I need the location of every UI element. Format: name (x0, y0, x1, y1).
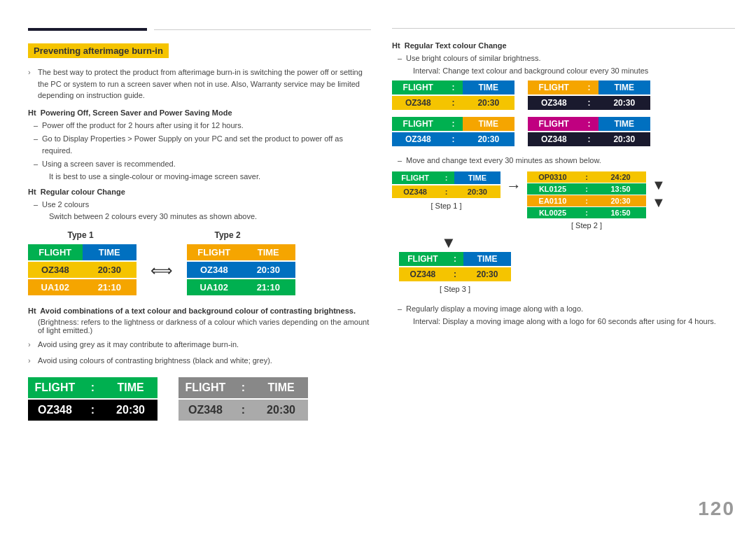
down-arrow1: ▼ (652, 177, 666, 193)
bottom-board2: FLIGHT : TIME OZ348 : 20:30 (178, 377, 308, 422)
gb3-h-colon: : (444, 117, 462, 131)
down-arrow2: ▼ (652, 195, 666, 211)
type1-board: FLIGHT TIME OZ348 20:30 UA102 21:10 (28, 244, 136, 297)
type1-label: Type 1 (28, 230, 133, 240)
right-column: Ht Regular Text colour Change Use bright… (392, 28, 735, 513)
type2-header: FLIGHT TIME (187, 244, 295, 260)
bb2-r1c1: OZ348 (178, 400, 232, 421)
type1-r1c2: 20:30 (83, 262, 137, 278)
type2-r1c1: OZ348 (187, 262, 241, 278)
scroll-r1c1: OP0310 (527, 171, 578, 183)
bb2-r1c3: 20:30 (254, 400, 308, 421)
gb4-r1c1: OZ348 (528, 132, 580, 146)
steps-row: FLIGHT : TIME OZ348 : 20:30 [ Step 1 ] → (392, 171, 735, 230)
ht2-item1: Use 2 colours (28, 199, 371, 211)
bb1-r1c3: 20:30 (104, 400, 158, 421)
type1-r2c1: UA102 (28, 279, 83, 295)
bb2-h-time: TIME (254, 377, 308, 398)
bb2-r1c2: : (232, 400, 254, 421)
type1-h-flight: FLIGHT (28, 244, 83, 260)
gb2-r1c2: : (580, 96, 598, 110)
step1-container: FLIGHT : TIME OZ348 : 20:30 [ Step 1 ] (392, 171, 500, 210)
gb1-h-colon: : (444, 80, 462, 94)
step3-container: ▼ FLIGHT : TIME OZ348 : 20:30 [ Step 3 ] (399, 234, 735, 293)
bb1-h-time: TIME (104, 377, 158, 398)
bb2-h-colon: : (232, 377, 254, 398)
gb2-h-colon: : (580, 80, 598, 94)
bb1-r1c2: : (82, 400, 104, 421)
scroll-r4c3: 16:50 (595, 207, 646, 218)
step1-board: FLIGHT : TIME OZ348 : 20:30 (392, 171, 500, 199)
type2-label: Type 2 (175, 230, 280, 240)
type2-r1c2: 20:30 (241, 262, 296, 278)
regular-section: Regularly display a moving image along w… (392, 303, 735, 325)
gb3-h-flight: FLIGHT (392, 117, 444, 131)
ht1-item3: Using a screen saver is recommended. (28, 158, 371, 170)
step3-h-time: TIME (463, 252, 511, 266)
right-top-rule (392, 28, 735, 29)
type1-r1c1: OZ348 (28, 262, 83, 278)
gb1-h-flight: FLIGHT (392, 80, 444, 94)
type2-r2c1: UA102 (187, 279, 241, 295)
top-rule (28, 28, 371, 31)
right-dash2: Move and change text every 30 minutes as… (392, 155, 735, 167)
gb3-h-time: TIME (463, 117, 514, 131)
step3-h-flight: FLIGHT (399, 252, 447, 266)
grid-board4: FLIGHT : TIME OZ348 : 20:30 (528, 117, 650, 148)
gb2-h-time: TIME (598, 80, 650, 94)
bb1-r1c1: OZ348 (28, 400, 82, 421)
ht2-subitem: Switch between 2 colours every 30 minute… (28, 212, 371, 220)
gb3-r1c2: : (444, 132, 462, 146)
scroll-r2c1: KL0125 (527, 183, 578, 195)
flight-boards-row: FLIGHT TIME OZ348 20:30 UA102 21:10 ⟺ FL… (28, 244, 371, 297)
gb4-h-colon: : (580, 117, 598, 131)
bottom-board2-header: FLIGHT : TIME (178, 377, 308, 398)
scroll-r3c1: EA0110 (527, 195, 578, 206)
intro-bullet: The best way to protect the product from… (28, 66, 371, 101)
regular-interval: Interval: Display a moving image along w… (392, 317, 735, 325)
gb4-h-flight: FLIGHT (528, 117, 580, 131)
right-ht-label: Ht Regular Text colour Change (392, 41, 735, 50)
type2-h-time: TIME (241, 244, 296, 260)
step1-r1c1: OZ348 (392, 185, 438, 198)
scroll-r2c3: 13:50 (595, 183, 646, 195)
bottom-board1: FLIGHT : TIME OZ348 : 20:30 (28, 377, 158, 422)
step3-label: [ Step 3 ] (440, 285, 470, 293)
step3-down-arrow: ▼ (441, 234, 456, 252)
scroll-r1c3: 24:20 (595, 171, 646, 183)
right-dash1: Use bright colours of similar brightness… (392, 52, 735, 64)
gb4-h-time: TIME (598, 117, 650, 131)
step1-r1c2: : (438, 185, 454, 198)
ht2-label: Ht Regular colour Change (28, 188, 371, 196)
step3-r1c1: OZ348 (399, 267, 447, 281)
scroll-r3c2: : (578, 195, 595, 206)
type2-board: FLIGHT TIME OZ348 20:30 UA102 21:10 (187, 244, 295, 297)
step1-h-colon: : (438, 171, 454, 184)
gb2-h-flight: FLIGHT (528, 80, 580, 94)
grid-board2: FLIGHT : TIME OZ348 : 20:30 (528, 80, 650, 111)
gb2-r1c1: OZ348 (528, 96, 580, 110)
bullet2: Avoid using colours of contrasting brigh… (28, 355, 371, 367)
double-arrow-icon: ⟺ (150, 262, 173, 280)
down-arrows: ▼ ▼ (652, 177, 666, 211)
regular-dash: Regularly display a moving image along w… (392, 303, 735, 315)
gb2-r1c3: 20:30 (598, 96, 650, 110)
step2-scrolling: OP0310 : 24:20 KL0125 : 13:50 EA0110 : 2… (527, 171, 646, 219)
gb1-r1c1: OZ348 (392, 96, 444, 110)
scroll-r1c2: : (578, 171, 595, 183)
ht1-item1: Power off the product for 2 hours after … (28, 120, 371, 132)
type1-r2c2: 21:10 (83, 279, 137, 295)
step1-r1c3: 20:30 (454, 185, 500, 198)
bullet1: Avoid using grey as it may contribute to… (28, 339, 371, 351)
bottom-board1-header: FLIGHT : TIME (28, 377, 158, 398)
step3-r1c2: : (447, 267, 463, 281)
grid-board3: FLIGHT : TIME OZ348 : 20:30 (392, 117, 514, 148)
boards-grid: FLIGHT : TIME OZ348 : 20:30 FLIGHT : TIM… (392, 80, 658, 148)
gb1-r1c3: 20:30 (463, 96, 514, 110)
step2-label: [ Step 2 ] (571, 221, 602, 230)
section-title: Preventing afterimage burn-in (28, 43, 169, 58)
page-number: 120 (698, 498, 735, 520)
gb1-r1c2: : (444, 96, 462, 110)
ht1-label: Ht Powering Off, Screen Saver and Power … (28, 108, 371, 117)
type2-r2c2: 21:10 (241, 279, 296, 295)
